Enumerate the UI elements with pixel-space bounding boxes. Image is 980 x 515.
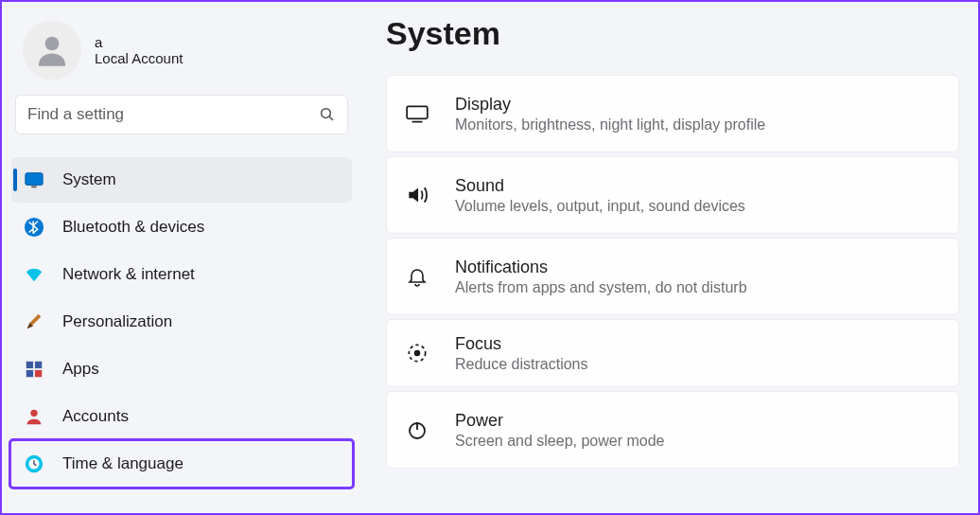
search-icon [319,106,336,123]
card-title: Sound [455,176,745,196]
search-wrap [11,95,352,151]
svg-point-17 [414,350,421,357]
system-icon [23,169,45,191]
svg-rect-5 [31,186,37,187]
search-input[interactable] [27,105,319,124]
card-desc: Reduce distractions [455,356,588,373]
focus-icon [404,340,430,366]
svg-rect-9 [26,370,33,377]
sidebar-item-label: Time & language [62,454,184,473]
account-name: a [95,34,183,50]
sidebar-item-label: Apps [62,360,99,379]
avatar [23,21,81,80]
user-icon [32,30,72,70]
search-box[interactable] [15,95,348,134]
svg-point-0 [45,37,60,51]
sidebar: a Local Account System Bluetooth & devic… [2,2,361,513]
bell-icon [404,263,430,290]
svg-rect-14 [407,106,428,118]
apps-icon [23,358,45,381]
card-focus[interactable]: Focus Reduce distractions [386,319,959,387]
card-sound[interactable]: Sound Volume levels, output, input, soun… [386,156,959,234]
display-icon [404,100,430,127]
sidebar-item-label: Personalization [62,312,172,331]
brush-icon [23,311,45,333]
sidebar-item-network[interactable]: Network & internet [11,252,352,297]
power-icon [404,417,430,443]
person-icon [23,405,45,428]
svg-rect-7 [26,362,33,368]
sound-icon [404,182,430,208]
card-title: Focus [455,334,588,354]
card-power[interactable]: Power Screen and sleep, power mode [386,391,959,469]
card-desc: Monitors, brightness, night light, displ… [455,116,765,133]
card-desc: Screen and sleep, power mode [455,433,664,450]
clock-icon [23,453,45,475]
sidebar-item-bluetooth[interactable]: Bluetooth & devices [11,204,352,250]
card-title: Display [455,95,765,115]
settings-cards: Display Monitors, brightness, night ligh… [386,75,959,469]
sidebar-item-label: Network & internet [62,265,195,284]
account-type: Local Account [95,50,183,66]
sidebar-item-accounts[interactable]: Accounts [11,394,352,439]
sidebar-item-label: System [62,170,116,189]
card-notifications[interactable]: Notifications Alerts from apps and syste… [386,238,959,315]
account-row[interactable]: a Local Account [11,13,352,95]
svg-line-2 [329,116,333,120]
sidebar-item-label: Accounts [62,407,129,426]
sidebar-item-time-language[interactable]: Time & language [11,441,352,487]
card-title: Notifications [455,258,747,277]
svg-point-1 [322,109,331,118]
card-desc: Alerts from apps and system, do not dist… [455,279,747,296]
sidebar-item-label: Bluetooth & devices [62,218,204,237]
page-title: System [386,15,959,52]
svg-point-6 [25,218,44,237]
card-desc: Volume levels, output, input, sound devi… [455,198,745,215]
svg-point-11 [30,410,37,417]
svg-rect-8 [35,362,42,368]
nav: System Bluetooth & devices Network & int… [11,157,352,488]
sidebar-item-system[interactable]: System [11,157,352,203]
main-panel: System Display Monitors, brightness, nig… [361,2,978,513]
svg-rect-3 [26,173,43,186]
sidebar-item-apps[interactable]: Apps [11,346,352,392]
card-display[interactable]: Display Monitors, brightness, night ligh… [386,75,959,152]
bluetooth-icon [23,216,45,239]
svg-rect-10 [35,370,42,377]
card-title: Power [455,411,664,431]
wifi-icon [23,263,45,286]
sidebar-item-personalization[interactable]: Personalization [11,299,352,345]
